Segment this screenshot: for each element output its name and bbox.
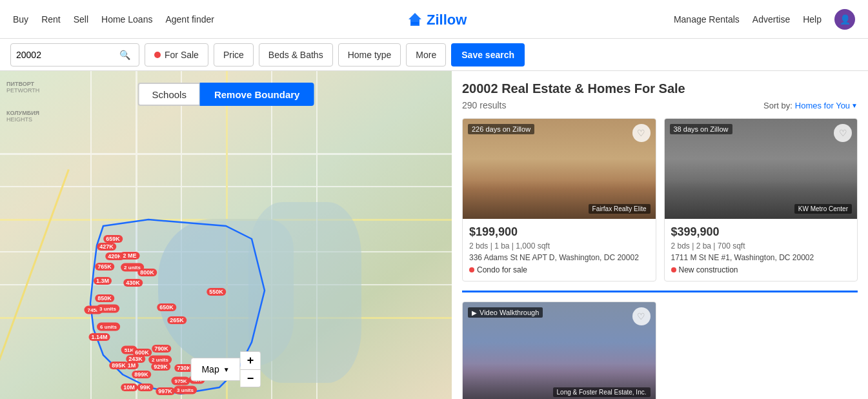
home-type-filter-button[interactable]: Home type bbox=[338, 43, 401, 66]
listing-details: 2 bds | 1 ba | 1,000 sqft bbox=[469, 241, 649, 251]
map-pin[interactable]: 899K bbox=[132, 371, 151, 378]
search-submit-button[interactable]: 🔍 bbox=[119, 50, 130, 60]
nav-agent-finder[interactable]: Agent finder bbox=[165, 14, 214, 25]
favorite-button[interactable]: ♡ bbox=[632, 307, 651, 325]
more-filter-button[interactable]: More bbox=[406, 43, 446, 66]
baths: 1 bbox=[494, 241, 499, 251]
listing-card[interactable]: ▶ Video Walkthrough Long & Foster Real E… bbox=[462, 302, 656, 399]
agent-badge: KW Metro Center bbox=[794, 204, 852, 214]
map-pin[interactable]: 265K bbox=[167, 316, 187, 324]
listing-details: 2 bds | 2 ba | 700 sqft bbox=[671, 241, 851, 251]
map-bottom-controls: Map ▼ + − bbox=[190, 351, 261, 387]
map-pin[interactable]: 650K bbox=[157, 303, 176, 311]
nav-help[interactable]: Help bbox=[803, 14, 822, 25]
avatar[interactable]: 👤 bbox=[834, 9, 855, 30]
beds: 2 bbox=[671, 241, 676, 251]
sort-dropdown[interactable]: Homes for You ▼ bbox=[795, 101, 858, 110]
listing-address: 1711 M St NE #1, Washington, DC 20002 bbox=[671, 253, 851, 262]
nav-sell[interactable]: Sell bbox=[74, 14, 88, 25]
save-search-button[interactable]: Save search bbox=[451, 43, 525, 66]
listing-type: New construction bbox=[671, 265, 851, 274]
play-icon: ▶ bbox=[472, 309, 477, 316]
map-pin[interactable]: 997K bbox=[156, 387, 175, 395]
map-pin[interactable]: 430K bbox=[123, 279, 143, 287]
favorite-button[interactable]: ♡ bbox=[834, 124, 852, 142]
beds-baths-filter-button[interactable]: Beds & Baths bbox=[259, 43, 333, 66]
map-label: Map bbox=[201, 364, 219, 374]
favorite-button[interactable]: ♡ bbox=[632, 124, 651, 142]
agent-badge: Fairfax Realty Elite bbox=[589, 204, 651, 214]
zoom-out-button[interactable]: − bbox=[241, 369, 261, 387]
schools-button[interactable]: Schools bbox=[138, 83, 200, 106]
listing-info: $199,900 2 bds | 1 ba | 1,000 sqft 336 A… bbox=[463, 219, 656, 281]
sqft: 700 bbox=[718, 241, 731, 251]
for-sale-dot bbox=[154, 52, 161, 58]
listing-price: $199,900 bbox=[469, 225, 649, 239]
listing-price: $399,900 bbox=[671, 225, 851, 239]
search-input-wrap: 🔍 bbox=[10, 43, 139, 66]
logo[interactable]: Zillow bbox=[402, 8, 486, 31]
map-pin[interactable]: 765K bbox=[95, 263, 114, 271]
map-background[interactable]: 659K 427K 420K 2 ME 765K 2 units 800K 1.… bbox=[0, 71, 452, 399]
beds: 2 bbox=[469, 241, 474, 251]
listings-grid: 226 days on Zillow Fairfax Realty Elite … bbox=[462, 118, 858, 399]
sort-value: Homes for You bbox=[795, 101, 850, 110]
baths: 2 bbox=[696, 241, 701, 251]
for-sale-label: For Sale bbox=[165, 50, 199, 60]
listings-title: 20002 Real Estate & Homes For Sale bbox=[462, 81, 858, 96]
listing-type-dot bbox=[469, 267, 474, 272]
listings-count: 290 results bbox=[462, 100, 506, 110]
listing-type-label: New construction bbox=[679, 265, 738, 274]
listings-header: 20002 Real Estate & Homes For Sale 290 r… bbox=[462, 81, 858, 110]
listing-info: $399,900 2 bds | 2 ba | 700 sqft 1711 M … bbox=[665, 219, 858, 281]
map-pin[interactable]: 1.3M bbox=[94, 277, 112, 285]
map-pin[interactable]: 99K bbox=[137, 384, 154, 391]
for-sale-button[interactable]: For Sale bbox=[145, 43, 208, 66]
map-pin[interactable]: 929K bbox=[151, 363, 170, 371]
listing-divider bbox=[462, 291, 858, 292]
map-pin[interactable]: 10M bbox=[121, 384, 137, 391]
map-pin[interactable]: 427K bbox=[97, 243, 116, 251]
search-bar: 🔍 For Sale Price Beds & Baths Home type … bbox=[0, 39, 868, 71]
listing-type: Condo for sale bbox=[469, 265, 649, 274]
nav-advertise[interactable]: Advertise bbox=[752, 14, 790, 25]
zoom-in-button[interactable]: + bbox=[241, 351, 261, 369]
svg-text:Zillow: Zillow bbox=[427, 12, 467, 28]
map-pin-cluster[interactable]: 3 units bbox=[96, 305, 119, 313]
map-pin[interactable]: 659K bbox=[103, 235, 123, 243]
map-overlay-buttons: Schools Remove Boundary bbox=[138, 83, 314, 106]
listing-image: 38 days on Zillow KW Metro Center ♡ bbox=[665, 119, 858, 219]
map-pin[interactable]: 1.14M bbox=[88, 333, 110, 341]
listing-type-label: Condo for sale bbox=[477, 265, 527, 274]
map-pin[interactable]: 850K bbox=[95, 294, 114, 302]
map-pin[interactable]: 800K bbox=[137, 269, 157, 276]
nav-manage-rentals[interactable]: Manage Rentals bbox=[674, 14, 740, 25]
header: Buy Rent Sell Home Loans Agent finder Zi… bbox=[0, 0, 868, 39]
remove-boundary-button[interactable]: Remove Boundary bbox=[200, 83, 314, 106]
listing-type-dot bbox=[671, 267, 676, 272]
nav-rent[interactable]: Rent bbox=[41, 14, 61, 25]
map-pin[interactable]: 1M bbox=[125, 362, 139, 369]
listing-card[interactable]: 38 days on Zillow KW Metro Center ♡ $399… bbox=[664, 118, 858, 281]
map-pin-cluster[interactable]: 6 units bbox=[97, 323, 120, 331]
map-pin[interactable]: 2 ME bbox=[119, 252, 139, 260]
sqft: 1,000 bbox=[516, 241, 535, 251]
nav-home-loans[interactable]: Home Loans bbox=[101, 14, 152, 25]
map-pin[interactable]: 550K bbox=[207, 288, 226, 296]
boundary-overlay bbox=[0, 71, 452, 399]
chevron-down-icon: ▼ bbox=[223, 366, 230, 373]
sort-by: Sort by: Homes for You ▼ bbox=[763, 101, 858, 110]
main-content: 659K 427K 420K 2 ME 765K 2 units 800K 1.… bbox=[0, 71, 868, 399]
listing-card[interactable]: 226 days on Zillow Fairfax Realty Elite … bbox=[462, 118, 656, 281]
map-pin-cluster[interactable]: 975K bbox=[171, 377, 190, 385]
listing-image: ▶ Video Walkthrough Long & Foster Real E… bbox=[463, 302, 656, 399]
listing-address: 336 Adams St NE APT D, Washington, DC 20… bbox=[469, 253, 649, 262]
nav-buy[interactable]: Buy bbox=[13, 14, 28, 25]
map-toggle-button[interactable]: Map ▼ bbox=[190, 358, 240, 381]
map-pin[interactable]: 790K bbox=[152, 345, 171, 353]
map-area: 659K 427K 420K 2 ME 765K 2 units 800K 1.… bbox=[0, 71, 452, 399]
price-filter-button[interactable]: Price bbox=[214, 43, 254, 66]
video-walkthrough-badge: ▶ Video Walkthrough bbox=[468, 307, 543, 318]
search-input[interactable] bbox=[16, 50, 119, 60]
agent-badge: Long & Foster Real Estate, Inc. bbox=[553, 387, 651, 397]
